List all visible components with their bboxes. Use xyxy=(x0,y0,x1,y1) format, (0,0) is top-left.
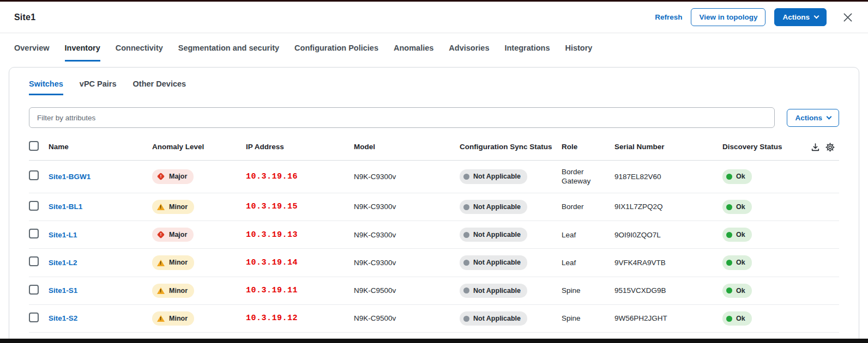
table-row: Site1-S1 Minor 10.3.19.11 N9K-C9500v Not… xyxy=(29,277,839,304)
tab-inventory[interactable]: Inventory xyxy=(65,33,100,62)
column-header-model: Model xyxy=(354,136,460,160)
switch-name-link[interactable]: Site1-S2 xyxy=(49,314,77,322)
gear-icon xyxy=(825,143,835,152)
anomaly-icon xyxy=(157,173,165,180)
tab-advisories[interactable]: Advisories xyxy=(449,33,489,62)
model: N9K-C9500v xyxy=(354,314,396,322)
table-row: Site1-BGW1 Major 10.3.19.16 N9K-C9300v N… xyxy=(29,160,839,193)
anomaly-label: Minor xyxy=(169,258,188,267)
serial-number: 9W56PH2JGHT xyxy=(614,314,667,322)
subtab-other-devices[interactable]: Other Devices xyxy=(133,79,186,95)
serial-number: 9OI9I0ZQO7L xyxy=(614,231,661,239)
tab-connectivity[interactable]: Connectivity xyxy=(116,33,163,62)
config-sync-status-badge: Not Applicable xyxy=(460,200,527,214)
row-checkbox[interactable] xyxy=(29,201,39,211)
anomaly-badge: Minor xyxy=(152,200,194,214)
switch-name-link[interactable]: Site1-S1 xyxy=(49,286,77,295)
ip-address: 10.3.19.16 xyxy=(246,172,298,181)
role: Spine xyxy=(562,286,581,295)
close-button[interactable] xyxy=(842,11,854,23)
subtab-vpc-pairs[interactable]: vPC Pairs xyxy=(80,79,117,95)
model: N9K-C9500v xyxy=(354,286,396,295)
page-title: Site1 xyxy=(14,13,35,22)
table-actions-button[interactable]: Actions xyxy=(787,109,839,127)
tab-configuration-policies[interactable]: Configuration Policies xyxy=(294,33,378,62)
anomaly-icon xyxy=(157,287,165,294)
sub-tab-bar: Switches vPC Pairs Other Devices xyxy=(29,79,839,95)
subtab-switches[interactable]: Switches xyxy=(29,79,63,95)
status-dot-icon xyxy=(463,316,469,322)
config-sync-status-label: Not Applicable xyxy=(473,286,521,295)
row-checkbox[interactable] xyxy=(29,313,39,322)
header-actions-button[interactable]: Actions xyxy=(774,8,827,26)
page-header: Site1 Refresh View in topology Actions xyxy=(0,2,868,33)
status-dot-icon xyxy=(463,174,469,180)
anomaly-badge: Major xyxy=(152,228,194,242)
switch-name-link[interactable]: Site1-L1 xyxy=(49,231,77,239)
tab-overview[interactable]: Overview xyxy=(14,33,50,62)
model: N9K-C9300v xyxy=(354,259,396,267)
role: Leaf xyxy=(562,259,576,267)
anomaly-label: Major xyxy=(169,230,187,239)
switch-name-link[interactable]: Site1-BGW1 xyxy=(49,173,91,181)
config-sync-status-label: Not Applicable xyxy=(473,258,521,267)
config-sync-status-label: Not Applicable xyxy=(473,230,521,239)
config-sync-status-label: Not Applicable xyxy=(473,203,521,211)
chevron-down-icon xyxy=(827,114,832,119)
table-row: Site1-BL1 Minor 10.3.19.15 N9K-C9300v No… xyxy=(29,193,839,220)
anomaly-badge: Minor xyxy=(152,255,194,270)
serial-number: 9515VCXDG9B xyxy=(614,286,666,295)
discovery-status-badge: Ok xyxy=(722,255,752,270)
discovery-status-badge: Ok xyxy=(722,228,752,242)
filter-input[interactable] xyxy=(29,107,775,128)
discovery-status-label: Ok xyxy=(736,172,745,181)
main-tab-bar: Overview Inventory Connectivity Segmenta… xyxy=(0,33,868,62)
status-dot-icon xyxy=(726,260,732,266)
discovery-status-label: Ok xyxy=(736,314,745,323)
discovery-status-label: Ok xyxy=(736,286,745,295)
tab-integrations[interactable]: Integrations xyxy=(504,33,550,62)
table-row: Site1-L2 Minor 10.3.19.14 N9K-C9300v Not… xyxy=(29,249,839,277)
switch-name-link[interactable]: Site1-L2 xyxy=(49,259,77,267)
column-header-serial-number: Serial Number xyxy=(614,136,722,160)
switch-name-link[interactable]: Site1-BL1 xyxy=(49,203,82,211)
anomaly-label: Major xyxy=(169,172,187,181)
status-dot-icon xyxy=(726,232,732,238)
tab-history[interactable]: History xyxy=(565,33,592,62)
view-in-topology-button[interactable]: View in topology xyxy=(691,8,765,26)
serial-number: 9VFK4RA9VTB xyxy=(614,259,666,267)
config-sync-status-badge: Not Applicable xyxy=(460,311,527,326)
tab-anomalies[interactable]: Anomalies xyxy=(394,33,433,62)
column-header-anomaly-level: Anomaly Level xyxy=(152,136,246,160)
discovery-status-badge: Ok xyxy=(722,200,752,214)
status-dot-icon xyxy=(726,287,732,293)
config-sync-status-label: Not Applicable xyxy=(473,314,521,323)
row-checkbox[interactable] xyxy=(29,229,39,238)
refresh-button[interactable]: Refresh xyxy=(655,13,682,21)
anomaly-icon xyxy=(157,260,165,266)
row-checkbox[interactable] xyxy=(29,170,39,180)
anomaly-badge: Minor xyxy=(152,311,194,326)
status-dot-icon xyxy=(463,287,469,293)
row-checkbox[interactable] xyxy=(29,285,39,295)
discovery-status-label: Ok xyxy=(736,203,745,211)
table-header-row: Name Anomaly Level IP Address Model Conf… xyxy=(29,136,839,160)
discovery-status-badge: Ok xyxy=(722,311,752,326)
status-dot-icon xyxy=(463,232,469,238)
role: Leaf xyxy=(562,231,576,239)
tab-segmentation-and-security[interactable]: Segmentation and security xyxy=(178,33,279,62)
anomaly-badge: Minor xyxy=(152,284,194,298)
anomaly-label: Minor xyxy=(169,203,188,211)
table-settings-button[interactable] xyxy=(825,143,835,152)
row-checkbox[interactable] xyxy=(29,256,39,266)
window-bottom-edge xyxy=(0,339,868,343)
switches-table: Name Anomaly Level IP Address Model Conf… xyxy=(29,136,839,333)
ip-address: 10.3.19.14 xyxy=(246,258,298,267)
serial-number: 9187EL82V60 xyxy=(614,173,661,181)
select-all-checkbox[interactable] xyxy=(29,141,39,151)
inventory-panel: Switches vPC Pairs Other Devices Actions… xyxy=(9,67,859,343)
discovery-status-badge: Ok xyxy=(722,169,752,183)
download-button[interactable] xyxy=(811,143,820,152)
download-icon xyxy=(811,143,820,152)
ip-address: 10.3.19.12 xyxy=(246,314,298,323)
